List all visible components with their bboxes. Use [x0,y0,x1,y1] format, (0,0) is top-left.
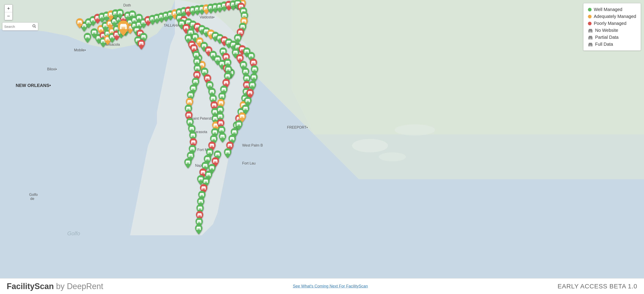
svg-rect-998 [589,43,592,44]
legend: Well ManagedAdequately ManagedPoorly Man… [583,3,641,51]
legend-item-well-managed: Well Managed [588,7,636,12]
zoom-controls: + − [4,4,12,20]
brand-logo: FacilityScan by DeepRent [7,282,103,291]
beta-label: EARLY ACCESS BETA 1.0 [558,283,637,290]
legend-label-no-website: No Website [595,28,618,33]
svg-line-986 [35,27,36,27]
zoom-in-button[interactable]: + [5,5,12,12]
legend-item-poorly-managed: Poorly Managed [588,21,636,26]
search-box [2,22,38,30]
legend-label-partial-data: Partial Data [595,35,619,40]
svg-point-2 [352,139,388,152]
coming-next-link[interactable]: See What's Coming Next For FacilityScan [293,284,368,289]
search-input[interactable] [4,25,31,28]
legend-item-adequately-managed: Adequately Managed [588,14,636,19]
bottom-bar: FacilityScan by DeepRent See What's Comi… [0,278,644,294]
legend-label-full-data: Full Data [595,42,613,47]
svg-point-985 [33,25,35,27]
svg-rect-988 [589,29,592,30]
brand-deeprent: DeepRent [67,282,103,291]
map-container: Golfo NEW ORLEANS•Biloxi•Mobile•Pensacol… [0,0,644,294]
svg-text:Golfo: Golfo [67,230,80,236]
svg-point-4 [395,124,435,136]
svg-rect-999 [589,45,592,46]
legend-label-well-managed: Well Managed [594,7,622,12]
legend-item-no-website: No Website [588,28,636,33]
legend-item-full-data: Full Data [588,42,636,47]
legend-dot-poorly-managed [588,22,592,25]
legend-icon-full-data [588,42,593,47]
legend-dot-adequately-managed [588,15,592,18]
svg-rect-994 [589,38,592,39]
brand-facility: FacilityScan [7,282,54,291]
legend-label-poorly-managed: Poorly Managed [594,21,626,26]
svg-rect-989 [589,31,592,32]
search-button[interactable] [32,24,36,29]
legend-icon-partial-data [588,35,593,40]
legend-icon-no-website [588,28,593,33]
svg-point-3 [379,152,406,161]
legend-item-partial-data: Partial Data [588,35,636,40]
brand-by: by [54,282,67,291]
legend-dot-well-managed [588,8,592,11]
zoom-out-button[interactable]: − [5,12,12,20]
legend-label-adequately-managed: Adequately Managed [594,14,636,19]
svg-rect-993 [589,36,592,37]
